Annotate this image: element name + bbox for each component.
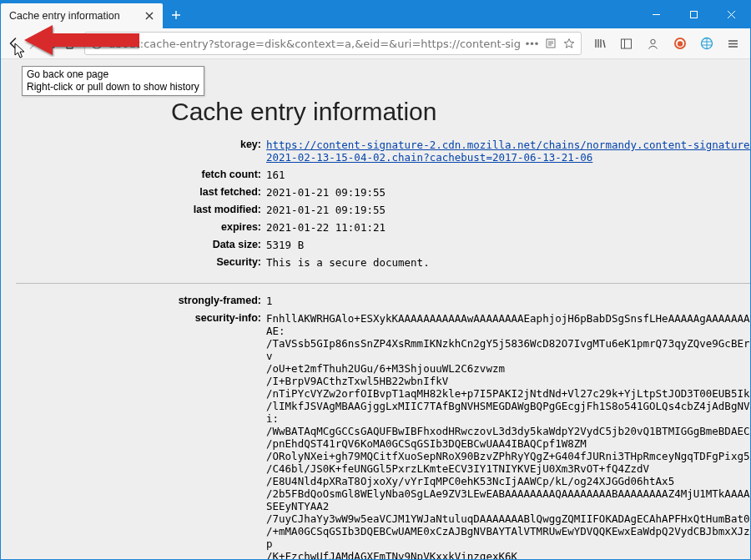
row-label: key:	[16, 136, 266, 166]
svg-point-2	[96, 40, 98, 42]
menu-icon[interactable]	[722, 32, 745, 55]
row-label: security-info:	[16, 310, 266, 559]
row-value: 2021-01-21 09:19:55	[266, 201, 750, 219]
section-divider	[16, 283, 750, 284]
row-label: fetch count:	[16, 166, 266, 184]
table-row: last modified:2021-01-21 09:19:55	[16, 201, 750, 219]
reader-icon[interactable]	[544, 37, 557, 50]
svg-point-8	[678, 41, 683, 46]
row-value: This is a secure document.	[266, 254, 750, 271]
back-tooltip: Go back one page Right-click or pull dow…	[22, 66, 204, 96]
row-label: expires:	[16, 219, 266, 236]
titlebar: Cache entry information	[1, 1, 750, 28]
close-window-button[interactable]	[713, 1, 750, 28]
info-icon[interactable]	[90, 37, 103, 50]
tooltip-line1: Go back one page	[27, 68, 199, 81]
key-link[interactable]: https://content-signature-2.cdn.mozilla.…	[266, 139, 750, 164]
page-viewport[interactable]: Cache entry information key:https://cont…	[1, 59, 750, 559]
more-icon[interactable]: •••	[526, 37, 539, 50]
url-text: about:cache-entry?storage=disk&context=a…	[108, 38, 521, 50]
browser-tab[interactable]: Cache entry information	[1, 3, 163, 28]
home-button[interactable]	[63, 32, 78, 55]
table-row: strongly-framed:1	[16, 292, 750, 310]
library-icon[interactable]	[588, 32, 612, 55]
table-row: key:https://content-signature-2.cdn.mozi…	[16, 136, 750, 166]
row-label: last modified:	[16, 201, 266, 219]
duckduckgo-icon[interactable]	[668, 32, 692, 55]
row-label: Security:	[16, 254, 266, 271]
forward-button[interactable]	[25, 32, 41, 55]
window-controls	[638, 1, 750, 28]
row-value: 161	[266, 166, 750, 184]
table-row: security-info:FnhllAKWRHGAlo+ESXykKAAAAA…	[16, 310, 750, 559]
row-value: 1	[266, 292, 750, 310]
table-row: fetch count:161	[16, 166, 750, 184]
minimize-button[interactable]	[638, 1, 675, 28]
maximize-button[interactable]	[675, 1, 713, 28]
info-table: key:https://content-signature-2.cdn.mozi…	[16, 136, 750, 271]
svg-rect-0	[691, 12, 698, 18]
row-value: 5319 B	[266, 236, 750, 254]
table-row: Security:This is a secure document.	[16, 254, 750, 271]
table-row: last fetched:2021-01-21 09:19:55	[16, 184, 750, 201]
row-value: FnhllAKWRHGAlo+ESXykKAAAAAAAAAAAwAAAAAAA…	[266, 310, 750, 559]
page-title: Cache entry information	[171, 98, 750, 126]
tab-title: Cache entry information	[9, 10, 143, 22]
account-icon[interactable]	[642, 32, 665, 55]
table-row: Data size:5319 B	[16, 236, 750, 254]
info-table-2: strongly-framed:1security-info:FnhllAKWR…	[16, 292, 750, 559]
row-value: 2021-01-22 11:01:21	[266, 219, 750, 236]
close-icon[interactable]	[143, 9, 156, 23]
url-bar[interactable]: about:cache-entry?storage=disk&context=a…	[84, 32, 582, 55]
container-icon[interactable]	[695, 32, 718, 55]
table-row: expires:2021-01-22 11:01:21	[16, 219, 750, 236]
bookmark-icon[interactable]	[562, 37, 576, 50]
svg-point-5	[651, 39, 655, 43]
toolbar: about:cache-entry?storage=disk&context=a…	[1, 28, 750, 59]
toolbar-right	[588, 32, 745, 55]
page-content: Cache entry information key:https://cont…	[1, 59, 750, 559]
row-label: Data size:	[16, 236, 266, 254]
sidebar-icon[interactable]	[615, 32, 638, 55]
row-label: strongly-framed:	[16, 292, 266, 310]
back-button[interactable]	[6, 32, 22, 55]
row-value: 2021-01-21 09:19:55	[266, 184, 750, 201]
reload-button[interactable]	[43, 32, 59, 55]
row-label: last fetched:	[16, 184, 266, 201]
svg-rect-4	[622, 39, 632, 48]
new-tab-button[interactable]	[163, 1, 189, 28]
tooltip-line2: Right-click or pull down to show history	[27, 81, 199, 93]
row-value: https://content-signature-2.cdn.mozilla.…	[266, 136, 750, 166]
